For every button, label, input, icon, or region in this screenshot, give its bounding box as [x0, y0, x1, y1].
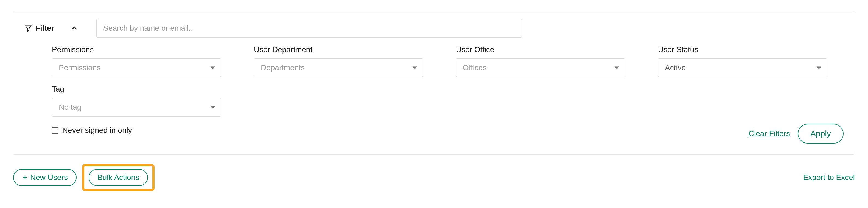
clear-filters-link[interactable]: Clear Filters: [749, 129, 790, 138]
office-select[interactable]: Offices: [456, 59, 625, 77]
caret-down-icon: [816, 67, 822, 69]
tag-label: Tag: [52, 85, 221, 94]
status-value: Active: [665, 63, 686, 72]
department-label: User Department: [254, 45, 423, 54]
caret-down-icon: [614, 67, 619, 69]
search-input[interactable]: [96, 19, 522, 38]
filter-actions: Clear Filters Apply: [25, 124, 843, 143]
toolbar: New Users Bulk Actions Export to Excel: [13, 164, 855, 191]
filter-toggle-label: Filter: [35, 24, 54, 33]
export-to-excel-link[interactable]: Export to Excel: [803, 173, 855, 182]
chevron-up-icon: [70, 25, 78, 32]
apply-button[interactable]: Apply: [798, 124, 843, 143]
permissions-select[interactable]: Permissions: [52, 59, 221, 77]
tag-select[interactable]: No tag: [52, 98, 221, 117]
filter-icon: [25, 25, 32, 32]
office-label: User Office: [456, 45, 625, 54]
caret-down-icon: [210, 106, 215, 109]
bulk-actions-highlight: Bulk Actions: [82, 164, 155, 191]
filter-field-permissions: Permissions Permissions: [52, 45, 221, 77]
filter-header-row: Filter: [25, 19, 843, 38]
never-signed-in-label: Never signed in only: [62, 126, 132, 135]
caret-down-icon: [412, 67, 417, 69]
permissions-label: Permissions: [52, 45, 221, 54]
bulk-actions-button[interactable]: Bulk Actions: [89, 169, 148, 186]
office-value: Offices: [463, 63, 487, 72]
status-select[interactable]: Active: [658, 59, 827, 77]
filter-field-tag: Tag No tag: [52, 85, 221, 117]
caret-down-icon: [210, 67, 215, 69]
filter-field-status: User Status Active: [658, 45, 827, 77]
department-value: Departments: [261, 63, 305, 72]
new-users-button[interactable]: New Users: [13, 169, 76, 186]
never-signed-in-checkbox[interactable]: [52, 127, 59, 134]
filter-field-office: User Office Offices: [456, 45, 625, 77]
new-users-label: New Users: [30, 173, 68, 182]
tag-value: No tag: [59, 103, 82, 112]
permissions-value: Permissions: [59, 63, 100, 72]
status-label: User Status: [658, 45, 827, 54]
filter-field-department: User Department Departments: [254, 45, 423, 77]
filter-toggle[interactable]: Filter: [25, 24, 88, 33]
department-select[interactable]: Departments: [254, 59, 423, 77]
filter-grid: Permissions Permissions User Department …: [25, 45, 843, 124]
filter-panel: Filter Permissions Permissions User Depa…: [13, 11, 855, 155]
plus-icon: [22, 175, 28, 180]
